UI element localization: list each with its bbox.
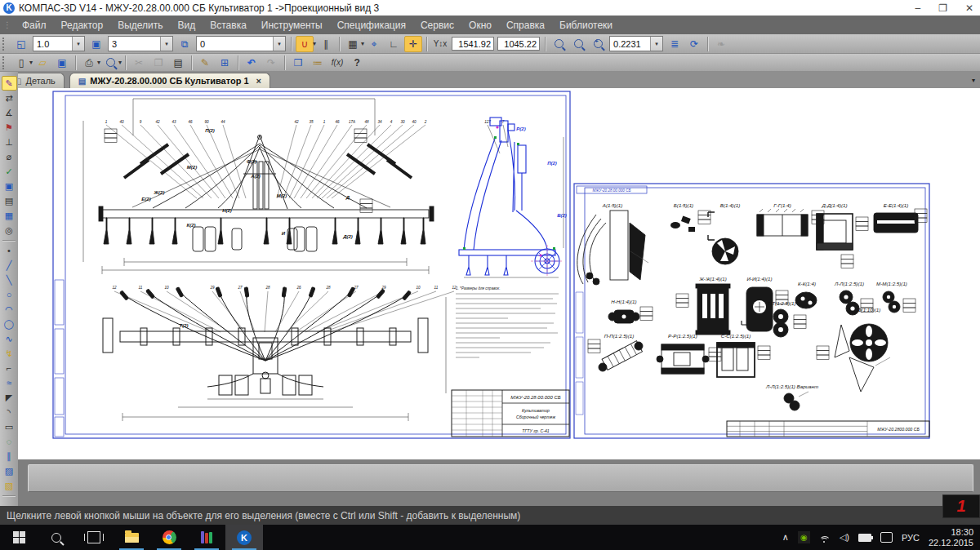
nvidia-icon[interactable]: ◉: [798, 531, 810, 543]
chevron-down-icon[interactable]: ▾: [650, 37, 662, 51]
chrome-button[interactable]: [150, 525, 188, 550]
rectangle-tool[interactable]: ▭: [2, 419, 17, 434]
view-panel-button[interactable]: ◎: [2, 223, 17, 237]
battery-icon[interactable]: [858, 534, 871, 542]
minimize-button[interactable]: –: [915, 2, 920, 14]
side-view-selected[interactable]: [459, 118, 564, 277]
kompas-taskbar-button[interactable]: K: [225, 525, 263, 550]
table-button[interactable]: ⊞: [216, 55, 234, 71]
tab-list-button[interactable]: ▾: [972, 77, 975, 84]
snap-magnet-button[interactable]: ∪: [296, 36, 314, 52]
print-button[interactable]: ⎙: [80, 55, 98, 71]
chevron-down-icon[interactable]: ▾: [118, 59, 122, 66]
insert-panel-button[interactable]: ▦: [2, 208, 17, 223]
paste-button[interactable]: ▤: [169, 55, 187, 71]
measure-panel-button[interactable]: ⌀: [2, 149, 17, 164]
tab-close-icon[interactable]: ×: [256, 76, 261, 86]
taskbar-clock[interactable]: 18:30 22.12.2015: [929, 527, 973, 548]
zoom-combo[interactable]: 0.2231 ▾: [609, 36, 663, 51]
refresh-button[interactable]: ⟳: [685, 36, 703, 52]
format-brush-button[interactable]: ✎: [196, 55, 214, 71]
window-layout-button[interactable]: ❒: [289, 55, 307, 71]
circle-tool[interactable]: ○: [2, 287, 17, 302]
task-view-button[interactable]: [75, 525, 113, 550]
menu-view[interactable]: Вид: [171, 17, 203, 33]
zoom-previous-button[interactable]: [550, 36, 568, 52]
cut-button[interactable]: ✂: [130, 55, 148, 71]
chevron-down-icon[interactable]: ▾: [160, 37, 172, 51]
chevron-down-icon[interactable]: ▾: [361, 40, 364, 47]
ortho-button[interactable]: ∟: [385, 36, 403, 52]
fx-variables-button[interactable]: f(x): [328, 55, 346, 71]
copy-tool[interactable]: ◌: [2, 434, 17, 449]
aux-line-tool[interactable]: ╱: [2, 258, 17, 273]
wifi-icon[interactable]: [819, 533, 831, 542]
taskbar-search-button[interactable]: [38, 525, 75, 550]
close-button[interactable]: ✕: [965, 2, 973, 14]
menu-insert[interactable]: Вставка: [203, 17, 254, 33]
segment-tool[interactable]: ╲: [2, 273, 17, 287]
line-style-combo[interactable]: 1.0 ▾: [33, 36, 85, 51]
grid-button[interactable]: ▦: [344, 36, 362, 52]
copy-button[interactable]: ❐: [149, 55, 167, 71]
chevron-down-icon[interactable]: ▾: [29, 59, 33, 66]
polyline-tool[interactable]: ⌐: [2, 361, 17, 375]
menu-edit[interactable]: Редактор: [54, 17, 111, 33]
volume-icon[interactable]: ◁): [840, 532, 849, 543]
save-button[interactable]: ▣: [53, 55, 71, 71]
undo-button[interactable]: ↶: [243, 55, 261, 71]
arc-tool[interactable]: ◠: [2, 302, 17, 317]
print-preview-button[interactable]: [101, 55, 119, 71]
chevron-down-icon[interactable]: ▾: [313, 40, 316, 47]
menu-help[interactable]: Справка: [499, 17, 552, 33]
designations-panel-button[interactable]: ⚑: [2, 120, 17, 135]
notification-badge[interactable]: 1: [942, 495, 980, 518]
drawing-svg[interactable]: 1 40 9 42 43 46 90 44 42 35 1 46 17А 48 …: [18, 88, 980, 459]
hatch-lines-tool[interactable]: ∥: [2, 449, 17, 464]
help-button[interactable]: ?: [348, 55, 366, 71]
lightning-tool[interactable]: ↯: [2, 346, 17, 361]
toolbar-grip[interactable]: [2, 56, 8, 69]
menu-service[interactable]: Сервис: [413, 17, 461, 33]
drawing-canvas[interactable]: 1 40 9 42 43 46 90 44 42 35 1 46 17А 48 …: [18, 88, 980, 459]
action-center-icon[interactable]: [880, 532, 893, 543]
file-explorer-button[interactable]: [113, 525, 150, 550]
menu-libraries[interactable]: Библиотеки: [552, 17, 620, 33]
winrar-button[interactable]: [188, 525, 225, 550]
tab-drawing[interactable]: ▤ МЖУ-20.28.00.000 СБ Культиватор 1 ×: [69, 73, 270, 88]
zoom-in-button[interactable]: +: [589, 36, 607, 52]
menu-select[interactable]: Выделить: [110, 17, 170, 33]
zoom-frame-button[interactable]: [569, 36, 587, 52]
reports-panel-button[interactable]: ▤: [2, 193, 17, 208]
chevron-down-icon[interactable]: ▾: [97, 59, 100, 66]
redo-button[interactable]: ↷: [262, 55, 280, 71]
new-document-button[interactable]: ▯: [12, 55, 30, 71]
chevron-down-icon[interactable]: ▾: [72, 37, 84, 51]
dimensions-panel-button[interactable]: ∡: [2, 105, 17, 120]
restore-button[interactable]: ❐: [938, 2, 947, 14]
local-axes-button[interactable]: ⌖: [365, 36, 383, 52]
rebuild-button[interactable]: ≣: [666, 36, 684, 52]
point-tool[interactable]: •: [2, 243, 17, 258]
fillet-tool[interactable]: ◝: [2, 405, 17, 419]
state-combo[interactable]: 3 ▾: [108, 36, 173, 51]
menu-tools[interactable]: Инструменты: [254, 17, 330, 33]
parallel-snap-button[interactable]: ∥: [317, 36, 335, 52]
parametrization-panel-button[interactable]: ✓: [2, 164, 17, 179]
coordinate-x-field[interactable]: 1541.92: [452, 37, 494, 51]
menu-file[interactable]: Файл: [15, 17, 54, 33]
tray-chevron-icon[interactable]: ∧: [782, 532, 789, 543]
chevron-down-icon[interactable]: ▾: [273, 37, 285, 51]
editing-panel-button[interactable]: ⊥: [2, 135, 17, 149]
hatch-area-tool[interactable]: ▨: [2, 464, 17, 478]
layer-combo[interactable]: 0 ▾: [196, 36, 286, 51]
spline-tool[interactable]: ∿: [2, 331, 17, 346]
round-snap-button[interactable]: ✛: [404, 36, 422, 52]
chamfer-tool[interactable]: ◤: [2, 390, 17, 405]
menu-window[interactable]: Окно: [461, 17, 499, 33]
start-button[interactable]: [0, 525, 38, 550]
language-indicator[interactable]: РУС: [902, 533, 920, 543]
geometry-panel-button[interactable]: ✎: [2, 76, 17, 91]
menu-specification[interactable]: Спецификация: [330, 17, 413, 33]
specification-panel-button[interactable]: ▣: [2, 179, 17, 193]
